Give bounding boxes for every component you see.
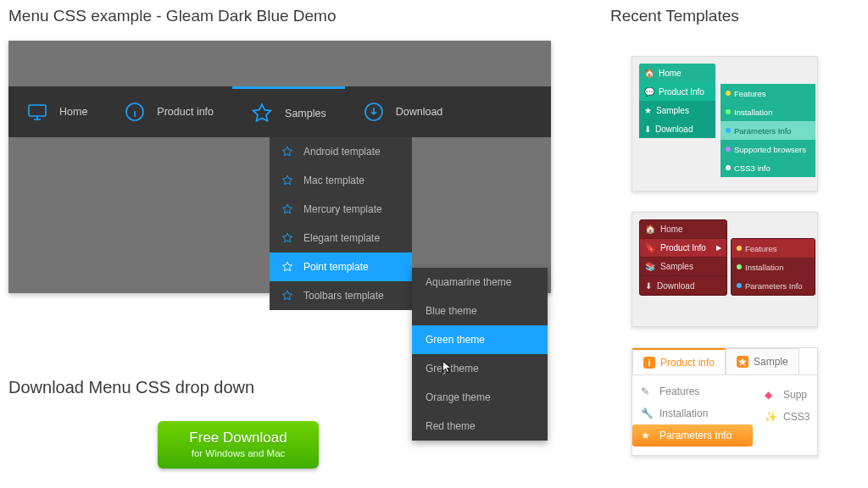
download-icon bbox=[364, 102, 384, 122]
theme-label: Orange theme bbox=[426, 391, 491, 403]
label: Supported browsers bbox=[734, 145, 806, 154]
menu-label: Samples bbox=[285, 108, 326, 119]
theme-label: Aquamarine theme bbox=[426, 276, 511, 288]
template-thumb-orange[interactable]: iProduct info ★Sample ✎Features 🔧Install… bbox=[632, 347, 818, 456]
monitor-icon bbox=[27, 102, 47, 122]
free-download-button[interactable]: Free Download for Windows and Mac bbox=[158, 421, 319, 469]
wrench-icon: 🔧 bbox=[641, 408, 653, 419]
thumb-menu-item: ★Samples bbox=[639, 101, 715, 119]
thumb-tab: ★Sample bbox=[726, 348, 799, 374]
button-title: Free Download bbox=[158, 430, 319, 446]
page-title: Menu CSS example - Gleam Dark Blue Demo bbox=[8, 7, 593, 25]
thumb-submenu: Features Installation Parameters Info bbox=[731, 238, 815, 296]
theme-item[interactable]: Blue theme bbox=[412, 297, 548, 325]
star-icon bbox=[281, 290, 293, 302]
theme-label: Red theme bbox=[426, 420, 476, 432]
tag-icon: 🔖 bbox=[645, 243, 655, 252]
menu-label: Home bbox=[59, 106, 87, 118]
thumb-menu-item: 🏠Home bbox=[639, 64, 715, 82]
thumb-menu-item: ⬇Download bbox=[640, 276, 726, 295]
submenu-item[interactable]: Android template bbox=[270, 137, 412, 166]
star-icon bbox=[281, 146, 293, 158]
theme-item[interactable]: Grey theme bbox=[412, 354, 548, 383]
bullet-icon bbox=[726, 91, 731, 96]
thumb-right-list: ◆Supp ✨CSS3 bbox=[765, 384, 810, 428]
theme-item[interactable]: Orange theme bbox=[412, 383, 548, 412]
star-icon bbox=[281, 232, 293, 244]
theme-item[interactable]: Green theme bbox=[412, 325, 548, 354]
label: Supp bbox=[783, 389, 807, 401]
template-thumb-green[interactable]: 🏠Home 💬Product Info ★Samples ⬇Download F… bbox=[632, 56, 818, 191]
star-icon: ★ bbox=[737, 356, 748, 368]
home-icon: 🏠 bbox=[645, 225, 655, 234]
samples-icon: 📚 bbox=[645, 262, 655, 271]
label: Features bbox=[745, 244, 777, 253]
bullet-icon bbox=[726, 147, 731, 152]
bullet-icon bbox=[726, 128, 731, 133]
submenu-item[interactable]: Point template bbox=[270, 252, 412, 281]
label: Parameters Info bbox=[659, 430, 732, 441]
submenu-item[interactable]: Toolbars template bbox=[270, 281, 412, 310]
label: Product Info bbox=[659, 87, 704, 97]
label: Sample bbox=[754, 356, 788, 368]
home-icon: 🏠 bbox=[644, 69, 654, 78]
star-icon bbox=[281, 261, 293, 273]
label: Features bbox=[659, 385, 699, 397]
submenu-label: Toolbars template bbox=[303, 290, 384, 302]
label: CSS3 info bbox=[734, 164, 771, 173]
menu-product-info[interactable]: Product info bbox=[106, 86, 232, 137]
bullet-icon bbox=[726, 109, 731, 114]
submenu-label: Mac template bbox=[303, 175, 364, 186]
pencil-icon: ✎ bbox=[641, 385, 653, 397]
thumb-menu-item: 📚Samples bbox=[640, 258, 726, 276]
demo-area: Home Product info Samples bbox=[8, 41, 551, 293]
star-icon bbox=[281, 203, 293, 215]
thumb-submenu: Features Installation Parameters Info Su… bbox=[721, 84, 815, 177]
button-subtitle: for Windows and Mac bbox=[158, 448, 319, 458]
submenu-item[interactable]: Mac template bbox=[270, 166, 412, 195]
menu-label: Product info bbox=[157, 106, 214, 118]
label: Samples bbox=[656, 106, 689, 115]
star-icon bbox=[251, 103, 273, 125]
label: Features bbox=[734, 89, 766, 98]
label: Samples bbox=[660, 262, 693, 271]
template-thumb-red[interactable]: 🏠Home 🔖Product Info▶ 📚Samples ⬇Download … bbox=[632, 212, 818, 327]
menu-samples[interactable]: Samples bbox=[232, 86, 345, 137]
star-icon: ★ bbox=[644, 106, 652, 115]
theme-label: Blue theme bbox=[426, 305, 477, 317]
demo-menu-bar: Home Product info Samples bbox=[8, 86, 551, 137]
submenu-item[interactable]: Elegant template bbox=[270, 224, 412, 252]
bullet-icon bbox=[737, 283, 742, 288]
submenu-item[interactable]: Mercury template bbox=[270, 195, 412, 224]
star-icon bbox=[281, 175, 293, 186]
theme-item[interactable]: Red theme bbox=[412, 412, 548, 441]
thumb-menu-item: 💬Product Info bbox=[639, 82, 715, 101]
svg-rect-0 bbox=[29, 105, 46, 116]
thumb-list-item: ★Parameters Info bbox=[632, 424, 753, 446]
label: Parameters Info bbox=[734, 126, 792, 136]
label: Download bbox=[655, 125, 693, 134]
thumb-tab: iProduct info bbox=[632, 348, 726, 374]
menu-home[interactable]: Home bbox=[8, 86, 106, 137]
label: Product info bbox=[660, 357, 715, 369]
label: Download bbox=[657, 281, 694, 291]
bullet-icon bbox=[726, 165, 731, 170]
label: Home bbox=[660, 225, 683, 234]
label: Installation bbox=[745, 263, 783, 272]
info-icon bbox=[125, 102, 145, 122]
download-icon: ⬇ bbox=[645, 281, 652, 291]
chat-icon: 💬 bbox=[644, 87, 654, 97]
download-icon: ⬇ bbox=[644, 125, 651, 134]
theme-item[interactable]: Aquamarine theme bbox=[412, 268, 548, 297]
bullet-icon bbox=[737, 264, 742, 269]
chevron-right-icon: ▶ bbox=[716, 244, 721, 252]
magic-icon: ✨ bbox=[765, 411, 776, 423]
menu-download[interactable]: Download bbox=[345, 86, 462, 137]
thumb-menu-item: 🏠Home bbox=[640, 220, 726, 239]
label: Installation bbox=[659, 408, 708, 419]
label: CSS3 bbox=[783, 411, 810, 423]
submenu-label: Point template bbox=[303, 261, 369, 273]
label: Installation bbox=[734, 108, 772, 117]
recent-templates-title: Recent Templates bbox=[610, 7, 839, 25]
info-icon: i bbox=[643, 357, 655, 369]
